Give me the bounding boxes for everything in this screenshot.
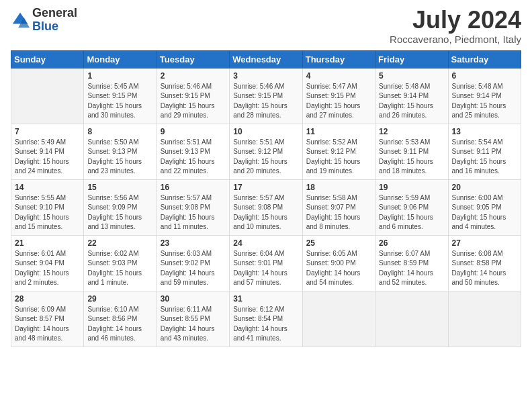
day-info: Sunrise: 6:01 AM Sunset: 9:04 PM Dayligh… <box>15 249 80 288</box>
day-number: 8 <box>87 127 152 136</box>
day-info: Sunrise: 5:46 AM Sunset: 9:15 PM Dayligh… <box>233 82 298 121</box>
day-info: Sunrise: 5:56 AM Sunset: 9:09 PM Dayligh… <box>87 193 152 232</box>
calendar-week-row: 7Sunrise: 5:49 AM Sunset: 9:14 PM Daylig… <box>11 124 521 179</box>
day-info: Sunrise: 6:08 AM Sunset: 8:58 PM Dayligh… <box>452 249 517 288</box>
day-info: Sunrise: 5:48 AM Sunset: 9:14 PM Dayligh… <box>452 82 517 121</box>
day-info: Sunrise: 5:57 AM Sunset: 9:08 PM Dayligh… <box>233 193 298 232</box>
day-number: 28 <box>15 294 80 304</box>
calendar-cell: 27Sunrise: 6:08 AM Sunset: 8:58 PM Dayli… <box>448 235 521 291</box>
day-number: 13 <box>452 127 517 136</box>
calendar-week-row: 14Sunrise: 5:55 AM Sunset: 9:10 PM Dayli… <box>11 179 521 235</box>
calendar-cell: 21Sunrise: 6:01 AM Sunset: 9:04 PM Dayli… <box>11 235 84 291</box>
day-number: 5 <box>379 71 444 81</box>
calendar-day-header: Friday <box>375 50 448 68</box>
calendar-day-header: Sunday <box>11 50 84 68</box>
day-info: Sunrise: 6:12 AM Sunset: 8:54 PM Dayligh… <box>233 305 298 344</box>
day-number: 16 <box>161 183 226 192</box>
calendar-cell: 14Sunrise: 5:55 AM Sunset: 9:10 PM Dayli… <box>11 179 84 235</box>
calendar-cell <box>302 291 375 347</box>
calendar-cell: 25Sunrise: 6:05 AM Sunset: 9:00 PM Dayli… <box>302 235 375 291</box>
main-title: July 2024 <box>390 7 521 34</box>
day-number: 4 <box>306 71 371 81</box>
calendar-cell: 10Sunrise: 5:51 AM Sunset: 9:12 PM Dayli… <box>230 124 302 179</box>
calendar-cell <box>11 68 84 124</box>
calendar-cell: 22Sunrise: 6:02 AM Sunset: 9:03 PM Dayli… <box>84 235 157 291</box>
calendar-cell: 6Sunrise: 5:48 AM Sunset: 9:14 PM Daylig… <box>448 68 521 124</box>
logo-text: General Blue <box>32 7 77 34</box>
day-number: 26 <box>379 238 444 248</box>
calendar-cell: 12Sunrise: 5:53 AM Sunset: 9:11 PM Dayli… <box>375 124 448 179</box>
day-number: 25 <box>306 238 371 248</box>
day-number: 27 <box>452 238 517 248</box>
calendar-cell: 9Sunrise: 5:51 AM Sunset: 9:13 PM Daylig… <box>157 124 229 179</box>
day-info: Sunrise: 5:52 AM Sunset: 9:12 PM Dayligh… <box>306 138 371 177</box>
calendar-cell: 31Sunrise: 6:12 AM Sunset: 8:54 PM Dayli… <box>230 291 302 347</box>
calendar-cell: 17Sunrise: 5:57 AM Sunset: 9:08 PM Dayli… <box>230 179 302 235</box>
calendar-cell: 11Sunrise: 5:52 AM Sunset: 9:12 PM Dayli… <box>302 124 375 179</box>
calendar-cell <box>448 291 521 347</box>
calendar-cell: 28Sunrise: 6:09 AM Sunset: 8:57 PM Dayli… <box>11 291 84 347</box>
day-number: 17 <box>233 183 298 192</box>
day-number: 18 <box>306 183 371 192</box>
day-info: Sunrise: 5:51 AM Sunset: 9:13 PM Dayligh… <box>161 138 226 177</box>
calendar-cell: 29Sunrise: 6:10 AM Sunset: 8:56 PM Dayli… <box>84 291 157 347</box>
day-number: 12 <box>379 127 444 136</box>
calendar-day-header: Wednesday <box>230 50 302 68</box>
calendar-cell: 15Sunrise: 5:56 AM Sunset: 9:09 PM Dayli… <box>84 179 157 235</box>
calendar-week-row: 28Sunrise: 6:09 AM Sunset: 8:57 PM Dayli… <box>11 291 521 347</box>
calendar-cell: 18Sunrise: 5:58 AM Sunset: 9:07 PM Dayli… <box>302 179 375 235</box>
day-number: 6 <box>452 71 517 81</box>
day-info: Sunrise: 5:50 AM Sunset: 9:13 PM Dayligh… <box>87 138 152 177</box>
day-number: 22 <box>87 238 152 248</box>
day-info: Sunrise: 5:48 AM Sunset: 9:14 PM Dayligh… <box>379 82 444 121</box>
day-number: 9 <box>161 127 226 136</box>
day-number: 3 <box>233 71 298 81</box>
day-info: Sunrise: 5:46 AM Sunset: 9:15 PM Dayligh… <box>161 82 226 121</box>
day-number: 29 <box>87 294 152 304</box>
calendar-week-row: 1Sunrise: 5:45 AM Sunset: 9:15 PM Daylig… <box>11 68 521 124</box>
day-info: Sunrise: 6:07 AM Sunset: 8:59 PM Dayligh… <box>379 249 444 288</box>
day-number: 14 <box>15 183 80 192</box>
calendar-day-header: Tuesday <box>157 50 229 68</box>
day-info: Sunrise: 6:09 AM Sunset: 8:57 PM Dayligh… <box>15 305 80 344</box>
calendar-cell: 1Sunrise: 5:45 AM Sunset: 9:15 PM Daylig… <box>84 68 157 124</box>
day-number: 30 <box>161 294 226 304</box>
day-info: Sunrise: 6:04 AM Sunset: 9:01 PM Dayligh… <box>233 249 298 288</box>
calendar: SundayMondayTuesdayWednesdayThursdayFrid… <box>11 50 521 347</box>
day-info: Sunrise: 5:45 AM Sunset: 9:15 PM Dayligh… <box>87 82 152 121</box>
calendar-day-header: Thursday <box>302 50 375 68</box>
day-info: Sunrise: 5:55 AM Sunset: 9:10 PM Dayligh… <box>15 193 80 232</box>
calendar-cell: 19Sunrise: 5:59 AM Sunset: 9:06 PM Dayli… <box>375 179 448 235</box>
day-info: Sunrise: 5:47 AM Sunset: 9:15 PM Dayligh… <box>306 82 371 121</box>
day-info: Sunrise: 5:57 AM Sunset: 9:08 PM Dayligh… <box>161 193 226 232</box>
calendar-cell: 16Sunrise: 5:57 AM Sunset: 9:08 PM Dayli… <box>157 179 229 235</box>
calendar-day-header: Monday <box>84 50 157 68</box>
calendar-cell: 7Sunrise: 5:49 AM Sunset: 9:14 PM Daylig… <box>11 124 84 179</box>
day-info: Sunrise: 5:58 AM Sunset: 9:07 PM Dayligh… <box>306 193 371 232</box>
calendar-cell: 8Sunrise: 5:50 AM Sunset: 9:13 PM Daylig… <box>84 124 157 179</box>
calendar-cell: 20Sunrise: 6:00 AM Sunset: 9:05 PM Dayli… <box>448 179 521 235</box>
day-number: 24 <box>233 238 298 248</box>
title-block: July 2024 Roccaverano, Piedmont, Italy <box>390 7 521 45</box>
day-info: Sunrise: 5:54 AM Sunset: 9:11 PM Dayligh… <box>452 138 517 177</box>
calendar-cell: 5Sunrise: 5:48 AM Sunset: 9:14 PM Daylig… <box>375 68 448 124</box>
day-info: Sunrise: 5:53 AM Sunset: 9:11 PM Dayligh… <box>379 138 444 177</box>
day-info: Sunrise: 5:59 AM Sunset: 9:06 PM Dayligh… <box>379 193 444 232</box>
day-number: 2 <box>161 71 226 81</box>
day-info: Sunrise: 6:10 AM Sunset: 8:56 PM Dayligh… <box>87 305 152 344</box>
logo-general: General <box>32 7 77 20</box>
calendar-week-row: 21Sunrise: 6:01 AM Sunset: 9:04 PM Dayli… <box>11 235 521 291</box>
logo: General Blue <box>11 7 77 34</box>
day-number: 1 <box>87 71 152 81</box>
day-number: 11 <box>306 127 371 136</box>
logo-blue: Blue <box>32 20 77 34</box>
logo-icon <box>11 11 30 30</box>
calendar-header-row: SundayMondayTuesdayWednesdayThursdayFrid… <box>11 50 521 68</box>
calendar-cell: 2Sunrise: 5:46 AM Sunset: 9:15 PM Daylig… <box>157 68 229 124</box>
calendar-cell: 13Sunrise: 5:54 AM Sunset: 9:11 PM Dayli… <box>448 124 521 179</box>
day-number: 7 <box>15 127 80 136</box>
day-info: Sunrise: 5:49 AM Sunset: 9:14 PM Dayligh… <box>15 138 80 177</box>
calendar-cell: 23Sunrise: 6:03 AM Sunset: 9:02 PM Dayli… <box>157 235 229 291</box>
page: General Blue July 2024 Roccaverano, Pied… <box>0 0 532 411</box>
day-info: Sunrise: 6:00 AM Sunset: 9:05 PM Dayligh… <box>452 193 517 232</box>
